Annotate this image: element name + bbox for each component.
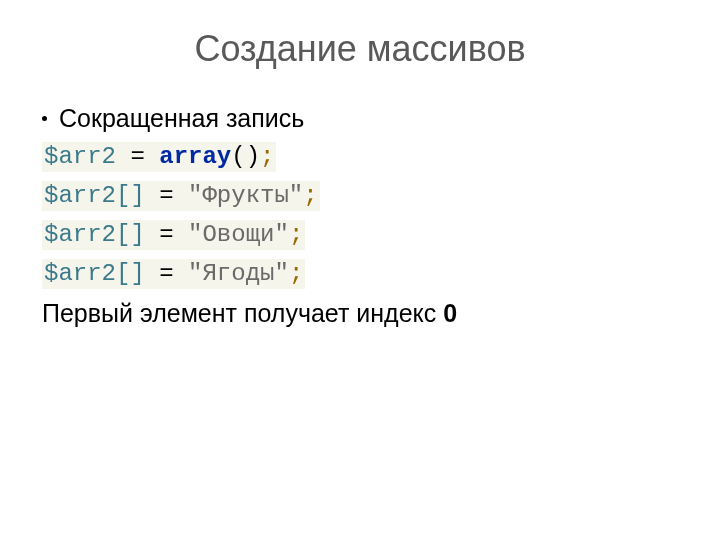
token-keyword: array bbox=[159, 143, 231, 170]
code-line-content: $arr2[] = "Ягоды"; bbox=[42, 259, 305, 289]
token-space bbox=[116, 143, 130, 170]
token-string: "Ягоды" bbox=[188, 260, 289, 287]
token-space bbox=[145, 221, 159, 248]
token-semicolon: ; bbox=[289, 221, 303, 248]
code-line-4: $arr2[] = "Ягоды"; bbox=[42, 259, 720, 289]
token-semicolon: ; bbox=[303, 182, 317, 209]
token-operator: = bbox=[130, 143, 144, 170]
code-line-content: $arr2[] = "Фрукты"; bbox=[42, 181, 320, 211]
token-semicolon: ; bbox=[289, 260, 303, 287]
token-variable: $arr2 bbox=[44, 143, 116, 170]
token-space bbox=[145, 182, 159, 209]
note-index: 0 bbox=[443, 299, 457, 327]
bullet-item: Сокращенная запись bbox=[42, 104, 720, 133]
token-operator: = bbox=[159, 182, 173, 209]
token-variable: $arr2 bbox=[44, 221, 116, 248]
token-space bbox=[174, 221, 188, 248]
token-variable: $arr2 bbox=[44, 182, 116, 209]
code-line-1: $arr2 = array(); bbox=[42, 142, 720, 172]
token-semicolon: ; bbox=[260, 143, 274, 170]
token-brackets: [] bbox=[116, 260, 145, 287]
token-paren: () bbox=[231, 143, 260, 170]
token-space bbox=[145, 260, 159, 287]
token-operator: = bbox=[159, 221, 173, 248]
token-space bbox=[174, 182, 188, 209]
slide: Создание массивов Сокращенная запись $ar… bbox=[0, 0, 720, 540]
token-string: "Фрукты" bbox=[188, 182, 303, 209]
token-variable: $arr2 bbox=[44, 260, 116, 287]
token-space bbox=[145, 143, 159, 170]
note-prefix: Первый элемент получает индекс bbox=[42, 299, 443, 327]
slide-title: Создание массивов bbox=[0, 0, 720, 70]
bullet-text: Сокращенная запись bbox=[59, 104, 304, 133]
code-line-content: $arr2[] = "Овощи"; bbox=[42, 220, 305, 250]
token-operator: = bbox=[159, 260, 173, 287]
bullet-icon bbox=[42, 116, 47, 121]
slide-content: Сокращенная запись $arr2 = array(); $arr… bbox=[0, 70, 720, 328]
token-brackets: [] bbox=[116, 182, 145, 209]
token-string: "Овощи" bbox=[188, 221, 289, 248]
code-line-3: $arr2[] = "Овощи"; bbox=[42, 220, 720, 250]
token-brackets: [] bbox=[116, 221, 145, 248]
note-text: Первый элемент получает индекс 0 bbox=[42, 299, 720, 328]
code-line-2: $arr2[] = "Фрукты"; bbox=[42, 181, 720, 211]
token-space bbox=[174, 260, 188, 287]
code-line-content: $arr2 = array(); bbox=[42, 142, 276, 172]
code-block: $arr2 = array(); $arr2[] = "Фрукты"; $ar… bbox=[42, 142, 720, 289]
